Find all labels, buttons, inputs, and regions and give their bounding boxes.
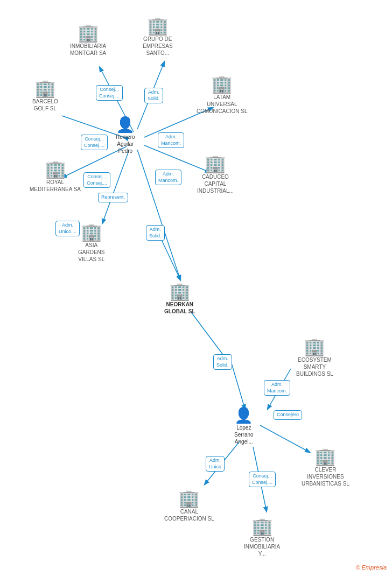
person-icon-lopez: 👤 (234, 408, 253, 423)
building-icon-inmobiliaria: 🏢 (78, 24, 99, 41)
badge-adm-unico-2[interactable]: Adm. Unico (206, 456, 225, 472)
building-icon-latam: 🏢 (211, 75, 233, 93)
badge-adm-unico-1[interactable]: Adm. Unico.... (55, 221, 80, 236)
badge-adm-solid-2[interactable]: Adm. Solid. (146, 225, 165, 241)
svg-line-8 (159, 234, 180, 280)
label-romero: Romero Aguilar Pedro (116, 134, 135, 154)
label-caduceo: CADUCEO CAPITAL INDUSTRIAL... (197, 173, 234, 194)
node-gestion: 🏢 GESTION INMOBILIARIA Y... (244, 518, 280, 557)
label-canal: CANAL COOPERIACION SL (164, 508, 214, 522)
badge-represent[interactable]: Represent. (98, 193, 128, 202)
badge-consej-4[interactable]: Consej. , Consej.... (249, 472, 276, 487)
node-neorkan: 🏢 NEORKAN GLOBAL SL (164, 283, 195, 315)
node-romero: 👤 Romero Aguilar Pedro (116, 117, 135, 154)
node-grupo: 🏢 GRUPO DE EMPRESAS SANTO... (143, 17, 173, 57)
node-barcelo: 🏢 BARCELO GOLF SL (32, 80, 58, 112)
node-caduceo: 🏢 CADUCEO CAPITAL INDUSTRIAL... (197, 155, 234, 194)
svg-line-10 (232, 363, 245, 409)
label-royal: ROYAL MEDITERRANEA SA (30, 179, 81, 193)
label-grupo: GRUPO DE EMPRESAS SANTO... (143, 36, 173, 57)
building-icon-neorkan: 🏢 (169, 283, 191, 300)
badge-adm-solid-3[interactable]: Adm. Solid. (213, 354, 232, 370)
node-clever: 🏢 CLEVER INVERSIONES URBANISTICAS SL (302, 448, 349, 487)
node-royal: 🏢 ROYAL MEDITERRANEA SA (30, 160, 81, 193)
label-neorkan: NEORKAN GLOBAL SL (164, 301, 195, 315)
badge-consej-1[interactable]: Consej. , Consej.... (96, 85, 123, 101)
svg-line-2 (62, 116, 124, 137)
building-icon-gestion: 🏢 (251, 518, 273, 535)
label-clever: CLEVER INVERSIONES URBANISTICAS SL (302, 466, 349, 487)
node-asia: 🏢 ASIA GARDENS VILLAS SL (78, 223, 104, 263)
node-latam: 🏢 LATAM UNIVERSAL COMUNICACION SL (197, 75, 247, 115)
building-icon-canal: 🏢 (178, 490, 200, 507)
badge-consej-3[interactable]: Consej. , Consej.... (83, 172, 110, 188)
badge-consejero[interactable]: Consejero (274, 410, 302, 420)
person-icon-romero: 👤 (116, 117, 135, 132)
building-icon-caduceo: 🏢 (205, 155, 226, 172)
node-canal: 🏢 CANAL COOPERIACION SL (164, 490, 214, 522)
building-icon-asia: 🏢 (81, 223, 102, 241)
badge-adm-mancom-3[interactable]: Adm. Mancom. (264, 380, 290, 396)
building-icon-clever: 🏢 (314, 448, 336, 465)
label-asia: ASIA GARDENS VILLAS SL (78, 242, 104, 263)
building-icon-grupo: 🏢 (147, 17, 169, 34)
badge-adm-solid-1[interactable]: Adm. Solid. (144, 88, 163, 103)
label-inmobiliaria: INMOBILIARIA MONTGAR SA (70, 43, 106, 57)
badge-adm-mancom-2[interactable]: Adm. Mancom. (155, 170, 181, 185)
label-gestion: GESTION INMOBILIARIA Y... (244, 536, 280, 557)
label-barcelo: BARCELO GOLF SL (32, 98, 58, 112)
label-lopez: Lopez Serrano Angel... (234, 424, 254, 445)
building-icon-ecosystem: 🏢 (304, 338, 325, 355)
building-icon-royal: 🏢 (45, 160, 66, 178)
node-inmobiliaria: 🏢 INMOBILIARIA MONTGAR SA (70, 24, 106, 57)
copyright: © Empresia (355, 564, 387, 571)
badge-adm-mancom-1[interactable]: Adm. Mancom. (158, 132, 184, 148)
building-icon-barcelo: 🏢 (34, 80, 56, 97)
node-lopez: 👤 Lopez Serrano Angel... (234, 408, 254, 445)
node-ecosystem: 🏢 ECOSYSTEM SMARTY BUILDINGS SL (296, 338, 333, 377)
label-latam: LATAM UNIVERSAL COMUNICACION SL (197, 94, 247, 115)
label-ecosystem: ECOSYSTEM SMARTY BUILDINGS SL (296, 356, 333, 377)
badge-consej-2[interactable]: Consej. , Consej.... (81, 135, 108, 150)
